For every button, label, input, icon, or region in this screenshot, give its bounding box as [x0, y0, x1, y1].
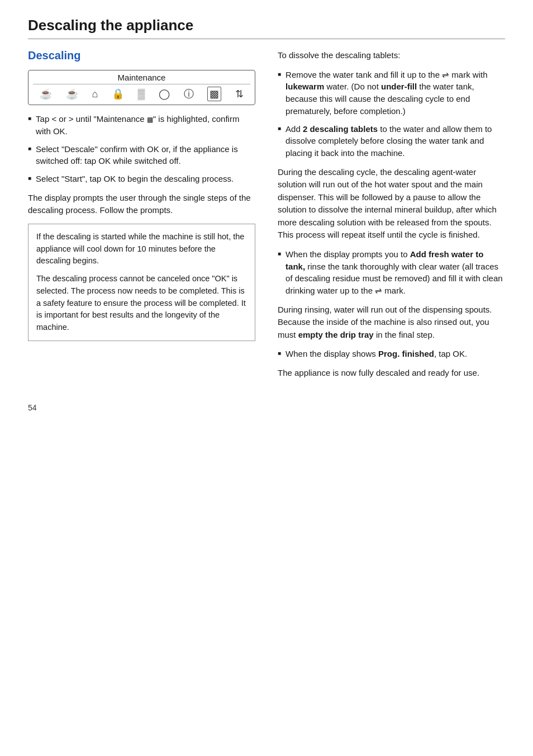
icon-lock: 🔒	[112, 88, 124, 100]
page-number: 54	[28, 403, 505, 412]
icon-info: ⓘ	[184, 87, 194, 101]
bullet-item-freshwater: When the display prompts you to Add fres…	[278, 248, 505, 297]
cycle-paragraph: During the descaling cycle, the descalin…	[278, 166, 505, 242]
note-box: If the descaling is started while the ma…	[28, 224, 255, 341]
icon-cup: ☕	[66, 88, 78, 100]
right-bullet-prog: When the display shows Prog. finished, t…	[278, 348, 505, 360]
section-title: Descaling	[28, 49, 255, 62]
display-icons: ☕ ☕ ⌂ 🔒 ▒ ◯ ⓘ ▩ ⇅	[33, 84, 250, 101]
icon-maintenance: ▩	[207, 87, 221, 101]
note-paragraph-1: If the descaling is started while the ma…	[36, 231, 247, 267]
icon-water: ▒	[138, 88, 145, 100]
bullet-tablets-text: Add 2 descaling tablets to the water and…	[285, 123, 505, 159]
final-paragraph: The appliance is now fully descaled and …	[278, 367, 505, 380]
dissolve-intro: To dissolve the descaling tablets:	[278, 49, 505, 62]
display-title: Maintenance	[33, 73, 250, 82]
bullet-text-2: Select "Descale" confirm with OK or, if …	[36, 143, 255, 168]
icon-home: ⌂	[92, 88, 98, 100]
bullet-freshwater-text: When the display prompts you to Add fres…	[285, 248, 505, 297]
note-paragraph-2: The descaling process cannot be canceled…	[36, 273, 247, 334]
bullet-item: Select "Start", tap OK to begin the desc…	[28, 173, 255, 185]
bullet-remove-text: Remove the water tank and fill it up to …	[285, 69, 505, 117]
display-mockup: Maintenance ☕ ☕ ⌂ 🔒 ▒ ◯ ⓘ ▩ ⇅	[28, 70, 255, 105]
bullet-item-remove: Remove the water tank and fill it up to …	[278, 69, 505, 117]
bullet-item: Select "Descale" confirm with OK or, if …	[28, 143, 255, 168]
icon-settings: ◯	[159, 88, 170, 100]
page-title: Descaling the appliance	[28, 17, 505, 39]
bullet-prog-text: When the display shows Prog. finished, t…	[285, 348, 467, 360]
bullet-item-tablets: Add 2 descaling tablets to the water and…	[278, 123, 505, 159]
right-bullets-top: Remove the water tank and fill it up to …	[278, 69, 505, 159]
bullet-text-3: Select "Start", tap OK to begin the desc…	[36, 173, 234, 185]
intro-paragraph: The display prompts the user through the…	[28, 192, 255, 217]
left-column: Descaling Maintenance ☕ ☕ ⌂ 🔒 ▒ ◯ ⓘ ▩ ⇅ …	[28, 49, 255, 386]
bullet-item-prog: When the display shows Prog. finished, t…	[278, 348, 505, 360]
left-bullets: Tap < or > until "Maintenance ▩" is high…	[28, 113, 255, 185]
icon-adjust: ⇅	[235, 88, 244, 100]
rinsing-paragraph: During rinsing, water will run out of th…	[278, 304, 505, 342]
right-bullet-freshwater: When the display prompts you to Add fres…	[278, 248, 505, 297]
bullet-text-1: Tap < or > until "Maintenance ▩" is high…	[36, 113, 255, 138]
icon-rinse: ☕	[40, 88, 52, 100]
bullet-item: Tap < or > until "Maintenance ▩" is high…	[28, 113, 255, 138]
right-column: To dissolve the descaling tablets: Remov…	[278, 49, 505, 386]
